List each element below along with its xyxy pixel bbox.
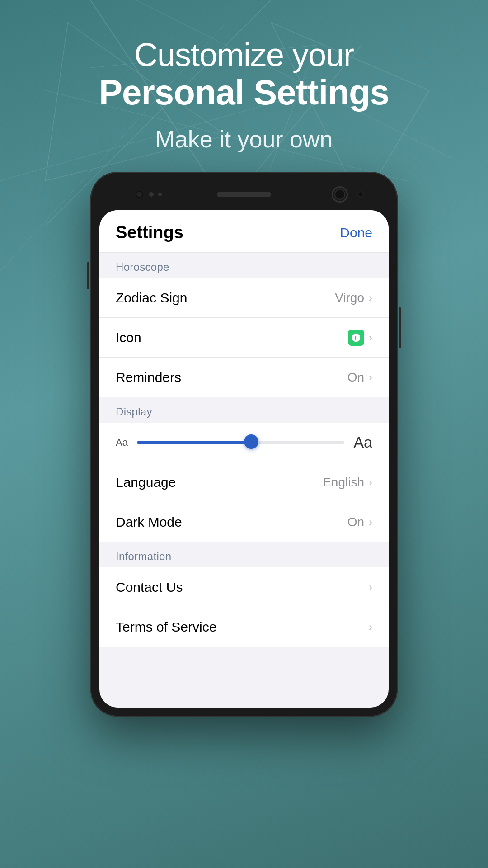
chevron-icon: › xyxy=(369,581,372,594)
chevron-icon: › xyxy=(369,331,372,344)
terms-row[interactable]: Terms of Service › xyxy=(99,607,389,647)
reminders-label: Reminders xyxy=(116,370,181,385)
settings-header: Settings Done xyxy=(99,210,389,253)
title-line1: Customize your xyxy=(0,36,488,73)
terms-right: › xyxy=(369,621,372,633)
phone-top-bar xyxy=(99,181,389,208)
chevron-icon: › xyxy=(369,371,372,384)
contact-us-right: › xyxy=(369,581,372,594)
slider-fill xyxy=(137,441,251,444)
zodiac-sign-label: Zodiac Sign xyxy=(116,290,187,306)
information-list: Contact Us › Terms of Service › xyxy=(99,567,389,647)
icon-label: Icon xyxy=(116,330,141,345)
sensor2-icon xyxy=(158,193,162,196)
reminders-row[interactable]: Reminders On › xyxy=(99,358,389,397)
dark-mode-right: On › xyxy=(347,515,372,529)
slider-track xyxy=(137,441,344,444)
dark-mode-value: On xyxy=(347,515,364,529)
dark-mode-label: Dark Mode xyxy=(116,514,182,530)
title-line2: Personal Settings xyxy=(0,73,488,112)
dark-mode-row[interactable]: Dark Mode On › xyxy=(99,502,389,542)
chevron-icon: › xyxy=(369,516,372,528)
font-size-small-label: Aa xyxy=(116,437,128,448)
header-section: Customize your Personal Settings Make it… xyxy=(0,0,488,153)
phone-screen: Settings Done Horoscope Zodiac Sign Virg… xyxy=(99,210,389,708)
reminders-value: On xyxy=(347,370,364,385)
icon-right: › xyxy=(348,330,372,346)
section-display-header: Display xyxy=(99,397,389,423)
language-row[interactable]: Language English › xyxy=(99,462,389,502)
zodiac-sign-right: Virgo › xyxy=(335,291,372,305)
font-size-slider[interactable] xyxy=(137,440,344,445)
volume-button xyxy=(87,262,89,289)
zodiac-sign-row[interactable]: Zodiac Sign Virgo › xyxy=(99,278,389,318)
chevron-icon: › xyxy=(369,292,372,304)
zodiac-sign-value: Virgo xyxy=(335,291,364,305)
rear-camera-icon xyxy=(332,186,348,203)
reminders-right: On › xyxy=(347,370,372,385)
icon-preview xyxy=(348,330,364,346)
chevron-icon: › xyxy=(369,476,372,489)
language-right: English › xyxy=(323,475,372,490)
section-display-label: Display xyxy=(116,406,152,418)
front-sensor-icon xyxy=(357,191,364,198)
section-information-label: Information xyxy=(116,550,171,562)
slider-thumb[interactable] xyxy=(244,434,258,449)
contact-us-label: Contact Us xyxy=(116,580,183,595)
chevron-icon: › xyxy=(369,621,372,633)
terms-label: Terms of Service xyxy=(116,619,216,635)
subtitle: Make it your own xyxy=(0,126,488,153)
settings-title: Settings xyxy=(116,223,183,242)
horoscope-list: Zodiac Sign Virgo › Icon xyxy=(99,278,389,397)
front-camera-icon xyxy=(136,191,143,198)
language-value: English xyxy=(323,475,364,490)
contact-us-row[interactable]: Contact Us › xyxy=(99,567,389,607)
font-size-row[interactable]: Aa Aa xyxy=(99,423,389,462)
icon-row[interactable]: Icon › xyxy=(99,318,389,358)
language-label: Language xyxy=(116,475,176,490)
section-horoscope-label: Horoscope xyxy=(116,261,169,273)
section-information-header: Information xyxy=(99,542,389,567)
section-horoscope-header: Horoscope xyxy=(99,253,389,278)
power-button xyxy=(399,307,401,348)
speaker-icon xyxy=(217,192,271,197)
phone-frame: Settings Done Horoscope Zodiac Sign Virg… xyxy=(90,172,398,717)
sensor-icon xyxy=(149,192,154,197)
font-size-large-label: Aa xyxy=(353,434,372,451)
display-list: Aa Aa Language English › xyxy=(99,423,389,542)
done-button[interactable]: Done xyxy=(340,225,372,241)
